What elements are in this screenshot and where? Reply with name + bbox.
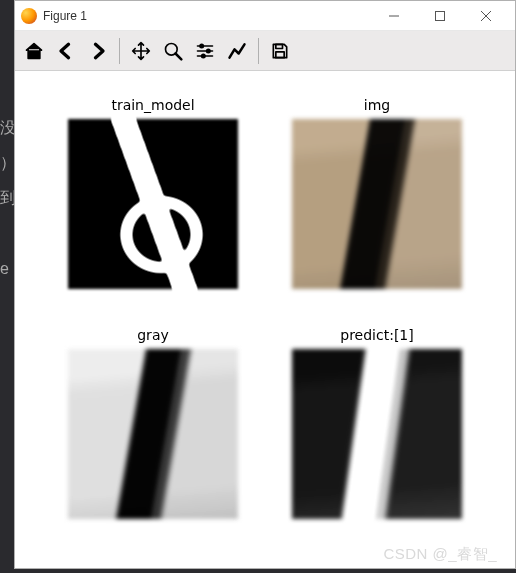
svg-point-11 [202,54,205,57]
save-icon [270,41,290,61]
window-controls [371,1,509,31]
subplot-predict: predict:[1] [283,327,471,539]
toolbar-separator [258,38,259,64]
close-icon [481,11,491,21]
svg-rect-12 [276,44,283,48]
arrow-left-icon [56,41,76,61]
minimize-button[interactable] [371,1,417,31]
move-icon [131,41,151,61]
svg-rect-1 [436,11,445,20]
subplot-title: train_model [111,97,194,113]
close-button[interactable] [463,1,509,31]
window-title: Figure 1 [43,9,87,23]
chart-line-icon [227,41,247,61]
forward-button[interactable] [83,36,113,66]
svg-line-5 [176,53,182,59]
figure-window: Figure 1 [14,0,516,569]
home-button[interactable] [19,36,49,66]
maximize-button[interactable] [417,1,463,31]
sliders-icon [195,41,215,61]
image-gray [68,349,238,519]
watermark-text: CSDN @_睿智_ [383,545,497,564]
image-train-model [68,119,238,289]
subplot-img: img [283,97,471,309]
minimize-icon [389,11,399,21]
maximize-icon [435,11,445,21]
app-icon [21,8,37,24]
figure-canvas[interactable]: train_model img gray predict:[1] CSDN @_… [15,71,515,568]
subplot-grid: train_model img gray predict:[1] [59,97,471,538]
zoom-button[interactable] [158,36,188,66]
pan-button[interactable] [126,36,156,66]
svg-point-10 [207,49,210,52]
matplotlib-toolbar [15,31,515,71]
image-predict [292,349,462,519]
zoom-icon [163,41,183,61]
configure-button[interactable] [190,36,220,66]
save-button[interactable] [265,36,295,66]
subplot-title: predict:[1] [340,327,413,343]
subplot-gray: gray [59,327,247,539]
image-img [292,119,462,289]
subplot-train-model: train_model [59,97,247,309]
subplot-title: gray [137,327,169,343]
toolbar-separator [119,38,120,64]
subplot-title: img [364,97,390,113]
arrow-right-icon [88,41,108,61]
home-icon [24,41,44,61]
titlebar: Figure 1 [15,1,515,31]
edit-button[interactable] [222,36,252,66]
back-button[interactable] [51,36,81,66]
svg-rect-13 [276,51,284,57]
svg-point-9 [200,44,203,47]
